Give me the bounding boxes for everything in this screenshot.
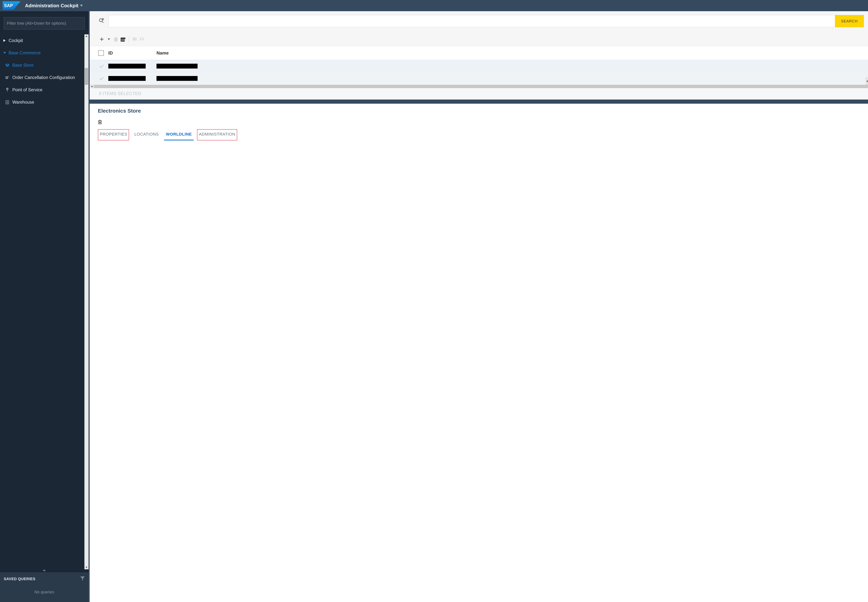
search-input[interactable] [109, 15, 835, 27]
scroll-track[interactable] [84, 38, 89, 565]
scroll-down-icon[interactable] [84, 565, 89, 569]
svg-marker-45 [91, 86, 92, 88]
editor-delete-button[interactable] [98, 122, 102, 125]
caret-right-icon [3, 39, 6, 42]
list-toolbar: CSV [90, 29, 868, 46]
editor-title: Electronics Store [98, 108, 860, 114]
svg-marker-4 [3, 52, 6, 54]
tab-properties[interactable]: PROPERTIES [98, 129, 129, 140]
column-header-name[interactable]: Name [157, 51, 868, 56]
topbar: SAP Administration Cockpit [0, 0, 868, 11]
scroll-track[interactable] [94, 85, 868, 88]
editor-area: Electronics Store PROPERTIES LOCATIONS W… [90, 104, 868, 602]
table-row[interactable] [90, 72, 868, 84]
add-dropdown-caret[interactable] [106, 35, 112, 43]
tree-item-point-of-service[interactable]: Point of Service [0, 84, 84, 96]
cancel-config-icon [5, 75, 10, 80]
svg-point-16 [7, 89, 8, 89]
editor-splitter[interactable] [90, 100, 868, 104]
svg-marker-33 [108, 38, 110, 40]
saved-queries-empty: No queries [4, 582, 85, 596]
redacted-name [157, 64, 198, 69]
redacted-id [108, 64, 146, 69]
app-switcher[interactable]: Administration Cockpit [25, 3, 83, 9]
sidebar-collapse-handle[interactable] [0, 569, 89, 572]
tree-item-base-commerce[interactable]: Base Commerce [0, 47, 84, 59]
tree-label: Base Store [12, 63, 34, 68]
search-button[interactable]: SEARCH [835, 15, 864, 27]
svg-marker-25 [80, 576, 85, 580]
add-button[interactable] [98, 35, 105, 43]
caret-down-icon [3, 52, 6, 54]
scroll-thumb[interactable] [85, 68, 88, 85]
row-check-icon[interactable] [98, 64, 105, 68]
table-horizontal-scrollbar[interactable] [90, 84, 868, 88]
search-box: SEARCH [108, 15, 864, 27]
svg-marker-3 [3, 39, 6, 42]
bulk-edit-button[interactable] [139, 35, 145, 43]
tree-scrollbar[interactable] [84, 34, 89, 569]
svg-point-26 [99, 19, 102, 22]
app-title: Administration Cockpit [25, 3, 78, 9]
svg-point-9 [7, 65, 8, 66]
scroll-up-icon[interactable] [84, 34, 89, 38]
tab-locations[interactable]: LOCATIONS [132, 129, 161, 140]
tree-label: Base Commerce [9, 51, 40, 55]
tab-administration[interactable]: ADMINISTRATION [197, 129, 237, 140]
export-csv-button[interactable]: CSV [120, 35, 127, 43]
tree-item-warehouse[interactable]: Warehouse [0, 96, 84, 108]
tree-label: Order Cancellation Configuration [12, 75, 75, 80]
filter-tree-input[interactable] [4, 17, 85, 29]
row-check-icon[interactable] [98, 77, 105, 80]
tree-label: Point of Service [12, 88, 42, 92]
search-mode-icon[interactable] [98, 18, 104, 24]
tree-label: Cockpit [9, 38, 23, 43]
table-header: ID Name [90, 46, 868, 60]
tree-label: Warehouse [12, 100, 34, 105]
column-header-id[interactable]: ID [108, 51, 153, 56]
sliders-icon [5, 63, 10, 68]
svg-marker-22 [86, 35, 88, 37]
tree-item-base-store[interactable]: Base Store [0, 59, 84, 71]
saved-queries-title: SAVED QUERIES [4, 577, 35, 581]
filter-icon[interactable] [80, 576, 85, 582]
pin-icon [5, 88, 10, 92]
tree-item-order-cancellation-config[interactable]: Order Cancellation Configuration [0, 71, 84, 84]
redacted-name [157, 76, 198, 81]
svg-line-27 [102, 21, 103, 23]
svg-rect-17 [7, 90, 8, 92]
svg-text:CSV: CSV [121, 39, 125, 41]
svg-point-14 [8, 76, 9, 77]
tab-worldline[interactable]: WORLDLINE [164, 129, 194, 140]
table-body [90, 60, 868, 84]
sidebar: Cockpit Base Commerce Base St [0, 11, 90, 602]
tree: Cockpit Base Commerce Base St [0, 34, 84, 569]
editor-tabs: PROPERTIES LOCATIONS WORLDLINE ADMINISTR… [98, 129, 860, 140]
scroll-left-icon[interactable] [90, 84, 94, 88]
caret-down-icon [80, 4, 83, 7]
svg-text:SAP: SAP [4, 3, 13, 8]
delete-button[interactable] [113, 35, 119, 43]
svg-point-8 [6, 64, 6, 65]
table-row[interactable] [90, 60, 868, 72]
svg-marker-46 [866, 80, 868, 82]
svg-marker-23 [86, 567, 88, 568]
tree-item-cockpit[interactable]: Cockpit [0, 34, 84, 47]
svg-point-10 [8, 64, 9, 65]
collapse-handle-icon[interactable] [866, 77, 868, 85]
compare-button[interactable] [131, 35, 138, 43]
sap-logo: SAP [3, 1, 20, 10]
content: SEARCH CSV [90, 11, 868, 602]
redacted-id [108, 76, 146, 81]
saved-queries-panel: SAVED QUERIES No queries [0, 572, 89, 602]
selection-status: 0 ITEMS SELECTED [90, 88, 868, 100]
svg-marker-24 [43, 570, 46, 571]
select-all-checkbox[interactable] [98, 50, 105, 56]
clipboard-icon [5, 100, 10, 104]
svg-marker-2 [80, 5, 83, 6]
